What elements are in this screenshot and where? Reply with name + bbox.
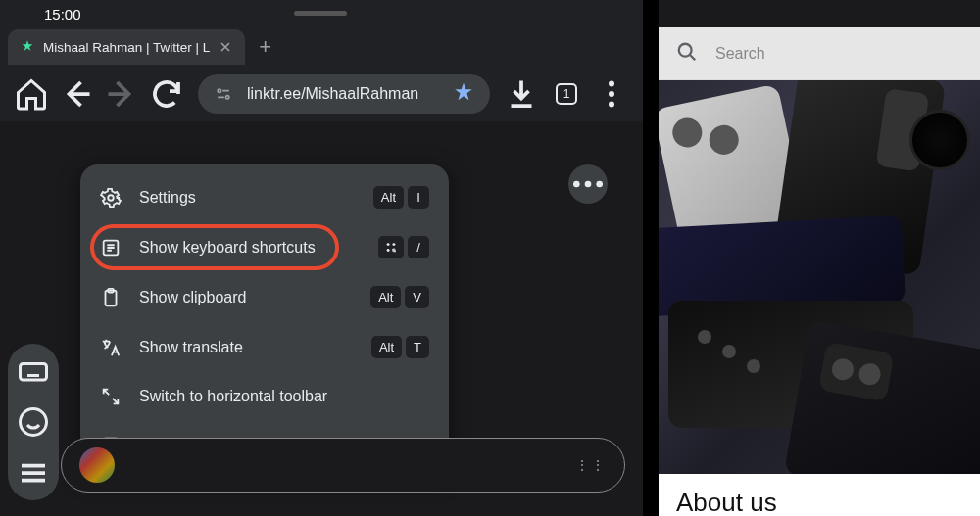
shortcut-key	[378, 236, 404, 258]
shortcut-key: Alt	[373, 186, 404, 209]
menu-shortcut: AltI	[373, 186, 429, 209]
download-button[interactable]	[504, 76, 539, 112]
url-text: linktr.ee/MishaalRahman	[247, 85, 439, 103]
page-heading: About us	[659, 474, 980, 516]
site-settings-icon[interactable]	[214, 84, 233, 104]
search-placeholder: Search	[715, 45, 765, 63]
menu-shortcut: AltV	[370, 286, 429, 308]
toolbar: linktr.ee/MishaalRahman 1	[0, 67, 643, 121]
tab-strip: Mishaal Rahman | Twitter | L +	[0, 27, 643, 67]
gear-icon	[100, 187, 122, 209]
tab-count: 1	[556, 83, 577, 105]
menu-item-label: Switch to horizontal toolbar	[139, 388, 412, 405]
new-tab-button[interactable]: +	[259, 34, 271, 60]
svg-point-11	[392, 243, 395, 246]
status-bar: 15:00	[0, 0, 643, 27]
expand-icon	[100, 386, 122, 407]
svg-point-6	[585, 181, 592, 188]
svg-point-4	[609, 102, 614, 108]
search-icon	[676, 41, 698, 67]
forward-button[interactable]	[104, 76, 139, 112]
shortcut-key: I	[408, 186, 429, 209]
right-status-bar	[659, 0, 980, 27]
menu-shortcut: AltT	[371, 336, 429, 358]
side-dock	[8, 344, 59, 500]
right-app-window: Search About us	[659, 0, 980, 516]
svg-point-19	[679, 43, 692, 56]
menu-item-label: Show clipboard	[139, 289, 353, 306]
hamburger-icon[interactable]	[16, 455, 51, 491]
hero-image	[659, 80, 980, 474]
back-button[interactable]	[59, 76, 94, 112]
menu-item-label: Show keyboard shortcuts	[139, 239, 361, 257]
svg-point-8	[108, 195, 114, 201]
tab-title: Mishaal Rahman | Twitter | L	[43, 40, 210, 55]
bookmark-star-icon[interactable]	[453, 81, 474, 107]
translate-icon	[100, 337, 122, 358]
shortcut-key: /	[408, 236, 429, 258]
svg-point-10	[387, 243, 390, 246]
overflow-menu-button[interactable]	[594, 76, 629, 112]
shortcut-key: T	[406, 336, 429, 358]
input-bar[interactable]: ⋮⋮	[61, 438, 625, 493]
clock: 15:00	[44, 6, 81, 23]
favicon-icon	[20, 39, 35, 55]
reload-button[interactable]	[149, 76, 184, 112]
menu-item-label: Settings	[139, 189, 356, 207]
menu-item-list[interactable]: Show keyboard shortcuts/	[80, 222, 449, 272]
list-icon	[100, 237, 122, 258]
avatar	[79, 447, 115, 483]
split-divider[interactable]	[643, 0, 659, 516]
browser-tab[interactable]: Mishaal Rahman | Twitter | L	[8, 29, 245, 65]
home-button[interactable]	[14, 76, 49, 112]
tab-switcher-button[interactable]: 1	[549, 76, 584, 112]
svg-rect-17	[21, 364, 47, 381]
svg-point-2	[609, 81, 614, 87]
search-bar[interactable]: Search	[659, 27, 980, 80]
address-bar[interactable]: linktr.ee/MishaalRahman	[198, 74, 490, 114]
window-drag-handle[interactable]	[294, 11, 347, 16]
keyboard-icon[interactable]	[16, 353, 51, 389]
emoji-icon[interactable]	[16, 404, 51, 440]
clipboard-icon	[100, 287, 122, 308]
menu-item-gear[interactable]: SettingsAltI	[80, 172, 449, 222]
page-more-button[interactable]	[568, 164, 608, 204]
svg-point-3	[609, 91, 614, 97]
svg-point-18	[21, 409, 47, 436]
close-tab-button[interactable]	[218, 39, 233, 55]
svg-point-12	[387, 249, 390, 252]
shortcut-key: V	[405, 286, 429, 308]
menu-item-label: Show translate	[139, 339, 354, 356]
menu-item-translate[interactable]: Show translateAltT	[80, 322, 449, 372]
shortcut-key: Alt	[371, 336, 402, 358]
context-menu: SettingsAltIShow keyboard shortcuts/Show…	[80, 164, 449, 478]
voice-dots-icon[interactable]: ⋮⋮	[575, 457, 607, 473]
page-content: SettingsAltIShow keyboard shortcuts/Show…	[0, 121, 643, 516]
svg-point-5	[573, 181, 580, 188]
menu-item-clipboard[interactable]: Show clipboardAltV	[80, 272, 449, 322]
menu-shortcut: /	[378, 236, 429, 258]
svg-point-1	[226, 96, 229, 99]
svg-point-0	[218, 89, 220, 92]
shortcut-key: Alt	[370, 286, 401, 308]
browser-window: 15:00 Mishaal Rahman | Twitter | L + lin…	[0, 0, 643, 516]
svg-point-7	[596, 181, 603, 188]
menu-item-expand[interactable]: Switch to horizontal toolbar	[80, 372, 449, 421]
